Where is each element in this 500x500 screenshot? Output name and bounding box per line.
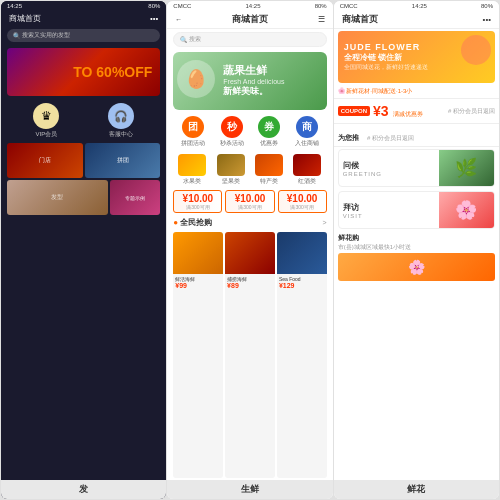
phone3: CMCC 14:25 80% 商城首页 ••• JUDE FLOWER 全程冷链… [334,1,499,499]
phone1-grid-row2: 发型 专题示例 [7,180,160,215]
phone2-coupon3-cond: 满300可用 [290,204,313,210]
phone2-battery: 80% [315,3,327,9]
phone3-delivery: 🌸 新鲜花材·同城配送·1-3小 [334,85,499,99]
phone1-more-icon[interactable]: ••• [150,14,158,23]
phone2-coupon2-price: ¥10.00 [235,193,266,204]
phone3-coupon-section[interactable]: COUPON ¥3 满减优惠券 # 积分会员日返回 [334,99,499,124]
phone2-subcat-nuts[interactable]: 坚果类 [217,154,245,186]
phone3-coupon-condition: 满减优惠券 [393,111,423,117]
phone2-product3[interactable]: Sea Food ¥129 [277,232,327,478]
phone2-banner-sub: 新鲜美味。 [223,85,284,98]
phone2-cat-icon-quan: 券 [258,116,280,138]
phone2-cat-icon-miao: 秒 [221,116,243,138]
phone1: 14:25 80% 商城首页 ••• 🔍 搜索又实用的发型 TO 60%OFF … [1,1,166,499]
phone1-hair-item[interactable]: 发型 [7,180,108,215]
phone2-more-btn[interactable]: > [323,219,327,226]
phone2-menu-icon[interactable]: ☰ [318,15,325,24]
phone1-battery: 80% [148,3,160,9]
phone2-coupon1-price: ¥10.00 [183,193,214,204]
phone2-fruit-icon [178,154,206,176]
phone2-section-icon: ● [173,218,178,227]
phone1-icons-row: ♛ VIP会员 🎧 客服中心 [1,99,166,143]
phone3-recommend-note: # 积分会员日返回 [367,135,414,141]
phone3-time: 14:25 [412,3,427,9]
phone3-status-bar: CMCC 14:25 80% [334,1,499,11]
phone1-grid-row1: 门店 拼团 [7,143,160,178]
phone2-search-placeholder: 搜索 [189,35,201,44]
phone2-fruit-label: 水果类 [183,177,201,186]
phone1-search-bar[interactable]: 🔍 搜索又实用的发型 [7,29,160,42]
phone2-product3-price: ¥129 [279,282,325,289]
phone2-header: ← 商城首页 ☰ [167,11,332,29]
phone2-banner-title: 蔬果生鲜 [223,64,284,77]
phone3-more-icon[interactable]: ••• [483,15,491,24]
phone2-subcat-wine[interactable]: 红酒类 [293,154,321,186]
phone2-title: 商城首页 [232,13,268,26]
phone2-products: 鲜活海鲜 ¥99 捕捞海鲜 ¥89 Sea Food ¥129 [167,230,332,480]
phone2-cat-icon-tuan: 团 [182,116,204,138]
phone2-product2-price: ¥89 [227,282,273,289]
phone2-product1-info: 鲜活海鲜 ¥99 [173,274,223,291]
phone2-cat-tuan[interactable]: 团 拼团活动 [181,116,205,148]
phone1-status-bar: 14:25 80% [1,1,166,11]
phone1-banner: TO 60%OFF [7,48,160,96]
phone2-category-row: 团 拼团活动 秒 秒杀活动 券 优惠券 商 入住商铺 [167,112,332,152]
phone1-service-item[interactable]: 🎧 客服中心 [108,103,134,139]
phone1-vip-label: VIP会员 [35,130,57,139]
phone3-fresh-desc: 市(县)城城区域最快1小时送 [338,243,495,252]
phone3-recommend-title: 为您推 [338,134,359,141]
phone2-coupon3[interactable]: ¥10.00 满300可用 [278,190,327,213]
phone3-header: 商城首页 ••• [334,11,499,29]
phone2-cat-miao[interactable]: 秒 秒杀活动 [220,116,244,148]
phone2-subcat-special[interactable]: 特产类 [255,154,283,186]
phone2-product2-info: 捕捞海鲜 ¥89 [225,274,275,291]
phone2-cat-quan[interactable]: 券 优惠券 [258,116,280,148]
phone2-coupons-row: ¥10.00 满300可用 ¥10.00 满300可用 ¥10.00 满300可… [167,188,332,215]
phone2-wine-label: 红酒类 [298,177,316,186]
phone1-search-placeholder: 搜索又实用的发型 [22,31,70,40]
phone2-bottom-label: 生鲜 [167,480,332,499]
phone1-group-item[interactable]: 拼团 [85,143,161,178]
phone2-back-icon[interactable]: ← [175,16,182,23]
phone2-carrier: CMCC [173,3,191,9]
phone3-coupon-detail: ¥3 满减优惠券 [373,102,445,120]
phone3-fresh-title: 鲜花购 [338,233,495,243]
phone1-headset-icon: 🎧 [108,103,134,129]
phone1-time: 14:25 [7,3,22,9]
phone3-coupon-note: # 积分会员日返回 [448,107,495,116]
phone3-greeting[interactable]: 问候 GREETING 🌿 [338,149,495,187]
phone3-greeting-text: 问候 GREETING [339,150,439,186]
phone2-product2[interactable]: 捕捞海鲜 ¥89 [225,232,275,478]
phone2-product1[interactable]: 鲜活海鲜 ¥99 [173,232,223,478]
phone2-cat-shang[interactable]: 商 入住商铺 [295,116,319,148]
phone2-product3-info: Sea Food ¥129 [277,274,327,291]
phone2-cat-label-miao: 秒杀活动 [220,139,244,148]
phone1-group-label: 拼团 [117,156,129,165]
phone2-search-bar[interactable]: 🔍 搜索 [173,32,326,47]
phone2-search-icon: 🔍 [180,36,187,43]
phone1-store-label: 门店 [39,156,51,165]
phone2-product2-img [225,232,275,274]
phone2-wine-icon [293,154,321,176]
phone2-banner-food-icon: 🥚 [177,60,215,98]
phone1-fashion-item[interactable]: 专题示例 [110,180,160,215]
phone2-subcat-fruit[interactable]: 水果类 [178,154,206,186]
phone2-coupon1[interactable]: ¥10.00 满300可用 [173,190,222,213]
phone2-section-header: ● 全民抢购 > [167,215,332,230]
phone2-coupon2[interactable]: ¥10.00 满300可用 [225,190,274,213]
phone1-special-label: 专题示例 [125,195,145,201]
phone2-special-label: 特产类 [260,177,278,186]
phone1-vip-item[interactable]: ♛ VIP会员 [33,103,59,139]
phone3-title: 商城首页 [342,13,378,26]
phone1-store-item[interactable]: 门店 [7,143,83,178]
phone2-cat-label-quan: 优惠券 [260,139,278,148]
phone2-cat-icon-shang: 商 [296,116,318,138]
phone3-visit[interactable]: 拜访 VISIT 🌸 [338,191,495,229]
phone2-product1-img [173,232,223,274]
phone2-coupon3-price: ¥10.00 [287,193,318,204]
phone1-hair-label: 发型 [51,193,63,202]
phone2-cat-label-tuan: 拼团活动 [181,139,205,148]
phone2-sub-cats: 水果类 坚果类 特产类 红酒类 [167,152,332,188]
phone3-visit-label: 拜访 [343,202,435,213]
phone2: CMCC 14:25 80% ← 商城首页 ☰ 🔍 搜索 🥚 蔬果生鲜 Fre [167,1,332,499]
